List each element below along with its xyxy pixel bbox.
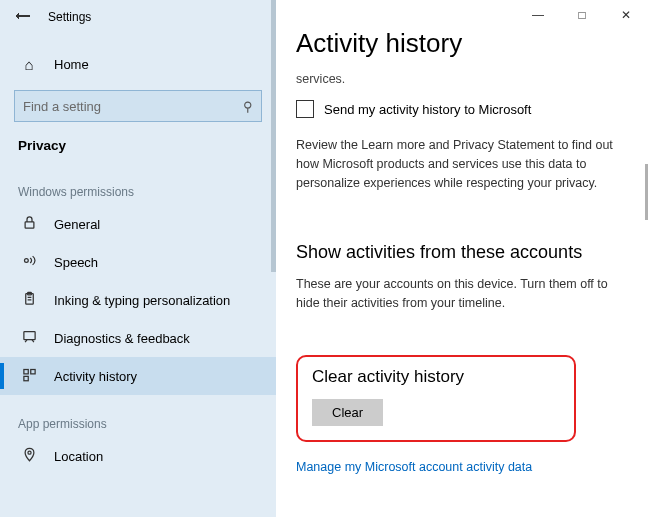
checkbox-icon[interactable]: [296, 100, 314, 118]
section-windows-permissions: Windows permissions: [0, 163, 276, 205]
nav-category-title: Privacy: [0, 122, 276, 163]
accounts-heading: Show activities from these accounts: [296, 242, 628, 263]
checkbox-label: Send my activity history to Microsoft: [324, 102, 531, 117]
manage-activity-link[interactable]: Manage my Microsoft account activity dat…: [296, 460, 628, 474]
section-app-permissions: App permissions: [0, 395, 276, 437]
feedback-icon: [18, 329, 40, 347]
accounts-text: These are your accounts on this device. …: [296, 275, 628, 313]
svg-point-1: [24, 259, 28, 263]
nav-item-diagnostics[interactable]: Diagnostics & feedback: [0, 319, 276, 357]
content-pane: ― □ ✕ Activity history services. Send my…: [276, 0, 648, 517]
send-history-checkbox-row[interactable]: Send my activity history to Microsoft: [296, 100, 628, 118]
svg-rect-4: [23, 332, 34, 340]
maximize-button[interactable]: □: [560, 0, 604, 30]
svg-rect-7: [23, 376, 27, 380]
sidebar: 🠔 Settings ⌂ Home ⚲ Privacy Windows perm…: [0, 0, 276, 517]
nav-item-location[interactable]: Location: [0, 437, 276, 475]
minimize-button[interactable]: ―: [516, 0, 560, 30]
app-title: Settings: [48, 10, 91, 24]
clear-activity-history-box: Clear activity history Clear: [296, 355, 576, 442]
maximize-icon: □: [578, 8, 585, 22]
titlebar: 🠔 Settings: [0, 0, 276, 34]
scroll-area: services. Send my activity history to Mi…: [276, 72, 648, 517]
nav-label: Inking & typing personalization: [54, 293, 230, 308]
nav-item-speech[interactable]: Speech: [0, 243, 276, 281]
lock-icon: [18, 215, 40, 233]
home-label: Home: [54, 57, 89, 72]
back-arrow-icon: 🠔: [15, 8, 31, 26]
activity-icon: [18, 367, 40, 385]
nav-label: Activity history: [54, 369, 137, 384]
close-button[interactable]: ✕: [604, 0, 648, 30]
clear-button[interactable]: Clear: [312, 399, 383, 426]
location-icon: [18, 447, 40, 465]
search-box[interactable]: ⚲: [14, 90, 262, 122]
search-input[interactable]: [23, 99, 243, 114]
minimize-icon: ―: [532, 8, 544, 22]
nav-item-activity-history[interactable]: Activity history: [0, 357, 276, 395]
svg-rect-6: [30, 370, 34, 374]
svg-rect-0: [25, 222, 34, 228]
back-button[interactable]: 🠔: [8, 2, 38, 32]
svg-point-8: [27, 451, 30, 454]
nav-item-general[interactable]: General: [0, 205, 276, 243]
home-icon: ⌂: [18, 56, 40, 73]
nav-label: General: [54, 217, 100, 232]
home-nav[interactable]: ⌂ Home: [0, 46, 276, 82]
window-controls: ― □ ✕: [516, 0, 648, 30]
clipboard-icon: [18, 291, 40, 309]
nav-label: Diagnostics & feedback: [54, 331, 190, 346]
nav-item-inking[interactable]: Inking & typing personalization: [0, 281, 276, 319]
truncated-text: services.: [296, 72, 628, 86]
clear-heading: Clear activity history: [312, 367, 560, 387]
review-text: Review the Learn more and Privacy Statem…: [296, 136, 628, 192]
search-icon: ⚲: [243, 99, 253, 114]
nav-label: Speech: [54, 255, 98, 270]
nav-label: Location: [54, 449, 103, 464]
close-icon: ✕: [621, 8, 631, 22]
svg-rect-5: [23, 370, 27, 374]
speech-icon: [18, 253, 40, 271]
